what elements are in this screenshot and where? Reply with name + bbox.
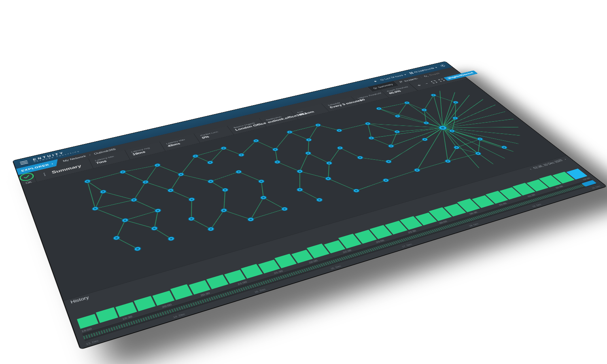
scrub-day-label: 20. Dec — [591, 185, 601, 189]
svg-point-159 — [178, 172, 185, 176]
svg-line-38 — [146, 178, 171, 195]
dashboards-icon — [409, 72, 414, 74]
svg-point-204 — [123, 219, 127, 221]
svg-point-256 — [318, 199, 321, 201]
svg-point-225 — [113, 235, 121, 240]
user-avatar-icon[interactable] — [439, 64, 446, 67]
svg-point-255 — [316, 198, 323, 202]
svg-line-73 — [300, 167, 328, 184]
svg-line-75 — [318, 163, 340, 178]
svg-line-87 — [328, 175, 356, 195]
svg-line-46 — [368, 119, 397, 136]
svg-rect-3 — [410, 73, 412, 74]
svg-line-34 — [433, 93, 456, 105]
svg-point-183 — [167, 188, 174, 193]
svg-line-59 — [340, 146, 360, 160]
svg-line-119 — [409, 91, 475, 128]
svg-line-70 — [181, 199, 202, 219]
svg-point-206 — [156, 210, 159, 212]
svg-point-254 — [283, 208, 286, 210]
svg-line-26 — [290, 125, 318, 132]
history-next-icon[interactable]: › — [563, 158, 567, 160]
svg-line-50 — [95, 199, 134, 210]
breadcrumb-separator: / — [89, 154, 91, 156]
svg-line-106 — [397, 122, 443, 138]
svg-point-208 — [190, 199, 193, 201]
svg-point-155 — [100, 190, 106, 194]
svg-line-55 — [239, 169, 261, 185]
svg-point-180 — [94, 207, 97, 210]
svg-point-228 — [153, 227, 156, 229]
status-dot-icon[interactable] — [374, 81, 377, 82]
svg-point-156 — [102, 191, 104, 193]
svg-point-230 — [190, 218, 193, 220]
svg-line-123 — [434, 105, 504, 128]
svg-line-96 — [417, 161, 448, 170]
svg-point-184 — [169, 189, 172, 191]
svg-point-227 — [151, 226, 158, 231]
svg-line-69 — [146, 211, 166, 229]
svg-line-79 — [117, 234, 138, 253]
svg-point-207 — [188, 197, 195, 202]
history-axis: 19:0019:3020:0020:3021:0021:3022:0022:30… — [75, 176, 595, 335]
svg-line-51 — [134, 196, 158, 215]
svg-line-11 — [87, 179, 103, 194]
svg-line-102 — [397, 110, 443, 135]
svg-line-23 — [256, 138, 276, 152]
svg-point-233 — [260, 195, 267, 200]
svg-line-48 — [441, 102, 470, 118]
history-scrubber[interactable] — [82, 179, 597, 341]
svg-line-99 — [407, 102, 443, 129]
svg-point-210 — [224, 189, 227, 190]
hamburger-menu-icon[interactable] — [20, 161, 28, 165]
svg-line-89 — [438, 148, 466, 161]
flag-icon — [399, 81, 404, 83]
svg-line-53 — [211, 180, 225, 192]
svg-point-211 — [258, 179, 265, 183]
svg-point-246 — [136, 248, 139, 250]
svg-point-234 — [262, 197, 265, 199]
svg-point-185 — [207, 179, 214, 183]
svg-line-95 — [385, 170, 418, 180]
svg-rect-2 — [411, 72, 413, 73]
svg-point-182 — [132, 199, 135, 201]
svg-line-36 — [89, 192, 110, 209]
svg-line-115 — [388, 128, 473, 170]
status-label: OK — [25, 181, 32, 184]
history-prev-icon[interactable]: ‹ — [528, 168, 532, 170]
kebab-menu-icon[interactable]: ⋮ — [40, 171, 49, 177]
scrub-day-label: 13. Dec — [86, 339, 99, 345]
svg-point-251 — [247, 217, 255, 222]
info-icon — [373, 87, 378, 89]
weighted-stacked-label: Weighted/Stacked — [447, 72, 474, 79]
svg-line-67 — [125, 214, 154, 234]
svg-point-236 — [298, 189, 301, 190]
svg-point-252 — [249, 218, 253, 220]
svg-point-6 — [441, 65, 444, 66]
svg-line-81 — [191, 216, 211, 233]
svg-line-76 — [360, 152, 388, 167]
svg-line-12 — [87, 172, 123, 181]
svg-point-250 — [209, 228, 212, 230]
svg-point-229 — [188, 216, 195, 221]
svg-line-104 — [423, 102, 476, 128]
svg-rect-4 — [412, 73, 414, 74]
svg-line-49 — [95, 203, 125, 226]
scrub-day-label: 16. Dec — [330, 265, 342, 270]
scrub-day-label: 17. Dec — [401, 243, 412, 248]
svg-line-43 — [299, 140, 318, 153]
svg-point-248 — [170, 238, 173, 240]
history-panel: History ‹ 02:38, 20 Dec 2020 › 19:0019:3… — [64, 155, 606, 349]
svg-line-24 — [235, 141, 263, 155]
svg-line-122 — [427, 99, 500, 128]
svg-line-82 — [224, 205, 250, 224]
svg-line-25 — [290, 129, 309, 142]
svg-point-247 — [167, 236, 175, 241]
svg-point-10 — [424, 75, 427, 77]
history-bar-chart[interactable] — [66, 160, 592, 332]
svg-point-260 — [384, 180, 388, 181]
svg-line-16 — [157, 161, 181, 178]
svg-point-203 — [121, 218, 129, 223]
svg-line-56 — [277, 159, 299, 175]
svg-line-31 — [379, 102, 407, 109]
